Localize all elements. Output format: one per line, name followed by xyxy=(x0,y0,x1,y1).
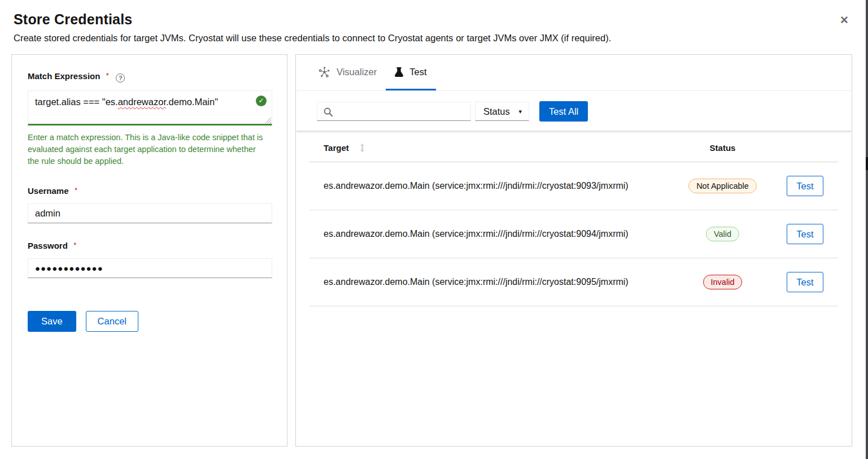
textarea-resize-handle[interactable] xyxy=(265,117,271,123)
table-row: es.andrewazor.demo.Main (service:jmx:rmi… xyxy=(309,210,838,258)
match-expression-text: .demo.Main" xyxy=(166,97,218,107)
help-icon[interactable]: ? xyxy=(116,73,125,83)
status-badge: Not Applicable xyxy=(688,179,757,193)
sort-icon xyxy=(359,143,366,153)
status-filter-dropdown[interactable]: Status ▾ xyxy=(475,102,529,121)
status-filter-label: Status xyxy=(483,106,510,117)
username-label-row: Username * xyxy=(28,186,271,196)
scrollbar-thumb[interactable] xyxy=(866,157,868,170)
test-button[interactable]: Test xyxy=(787,176,823,196)
required-asterisk: * xyxy=(73,241,76,249)
tab-test-label: Test xyxy=(409,67,426,77)
form-actions: Save Cancel xyxy=(28,311,271,332)
password-label-row: Password * xyxy=(28,241,271,251)
page-title: Store Credentials xyxy=(14,11,132,28)
target-cell: es.andrewazor.demo.Main (service:jmx:rmi… xyxy=(309,229,673,239)
required-asterisk: * xyxy=(75,186,77,194)
tab-visualizer-label: Visualizer xyxy=(337,67,377,77)
match-expression-misspelled-text: andrewazor xyxy=(118,97,166,107)
table-row: es.andrewazor.demo.Main (service:jmx:rmi… xyxy=(309,162,838,210)
test-button[interactable]: Test xyxy=(787,272,823,292)
column-header-target[interactable]: Target xyxy=(309,143,673,153)
page-edge-scrollbar[interactable] xyxy=(866,0,868,459)
status-badge: Invalid xyxy=(703,275,743,289)
store-credentials-modal: Store Credentials Create stored credenti… xyxy=(0,0,868,459)
modal-description: Create stored credentials for target JVM… xyxy=(14,33,611,44)
flask-icon xyxy=(395,67,403,77)
password-field[interactable] xyxy=(28,258,272,278)
credentials-form-card: Match Expression * ? target.alias === "e… xyxy=(11,54,287,447)
username-label: Username xyxy=(28,186,69,196)
valid-check-icon: ✓ xyxy=(256,96,267,106)
password-label: Password xyxy=(28,241,68,250)
table-header-row: Target Status xyxy=(309,133,838,162)
panel-tabs: Visualizer Test xyxy=(296,55,852,91)
match-expression-label-row: Match Expression * ? xyxy=(28,71,271,83)
topology-icon xyxy=(319,66,330,78)
test-results-table: Target Status es.andrewazor.demo.Main (s… xyxy=(309,133,838,306)
match-expression-helper-text: Enter a match expression. This is a Java… xyxy=(28,132,267,167)
username-field[interactable] xyxy=(28,203,272,223)
search-input[interactable] xyxy=(337,102,468,120)
required-asterisk: * xyxy=(106,71,109,80)
save-button[interactable]: Save xyxy=(28,311,76,332)
match-expression-input[interactable]: target.alias === "es.andrewazor.demo.Mai… xyxy=(28,90,272,125)
tab-visualizer[interactable]: Visualizer xyxy=(309,55,386,90)
target-header-label: Target xyxy=(324,143,349,153)
status-badge: Valid xyxy=(706,227,739,241)
table-row: es.andrewazor.demo.Main (service:jmx:rmi… xyxy=(309,258,838,306)
match-expression-label: Match Expression xyxy=(28,71,100,81)
test-toolbar: Status ▾ Test All xyxy=(296,91,852,131)
target-cell: es.andrewazor.demo.Main (service:jmx:rmi… xyxy=(309,277,673,287)
search-icon xyxy=(323,107,333,117)
test-button[interactable]: Test xyxy=(787,224,823,244)
column-header-status: Status xyxy=(673,143,772,153)
tab-test[interactable]: Test xyxy=(386,55,435,90)
match-expression-text: target.alias === "es. xyxy=(35,97,118,107)
status-header-label: Status xyxy=(710,143,736,153)
search-box xyxy=(317,102,471,121)
target-cell: es.andrewazor.demo.Main (service:jmx:rmi… xyxy=(309,181,673,191)
chevron-down-icon: ▾ xyxy=(518,108,522,115)
close-icon[interactable]: ✕ xyxy=(838,14,851,27)
test-panel-card: Visualizer Test Status ▾ Test Al xyxy=(295,54,852,447)
cancel-button[interactable]: Cancel xyxy=(86,311,138,332)
test-all-button[interactable]: Test All xyxy=(539,101,588,122)
